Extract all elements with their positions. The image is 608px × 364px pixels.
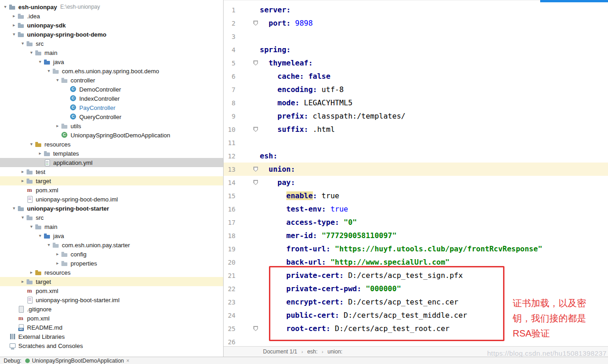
fold-marker-icon[interactable] [253,180,258,185]
breadcrumb-item[interactable]: esh: [307,348,318,355]
chevron-right-icon[interactable]: ▸ [11,21,17,30]
editor-line-8[interactable]: 8 mode: LEGACYHTML5 [224,96,608,109]
tree-item-unionpay-spring-boot-starter[interactable]: ▾unionpay-spring-boot-starter [0,204,223,213]
close-icon[interactable]: × [126,358,130,364]
fold-gutter[interactable] [236,60,260,65]
tree-item-gitignore[interactable]: .gitignore [0,304,223,314]
tree-item-idea[interactable]: ▸.idea [0,11,223,21]
editor-line-3[interactable]: 3 [224,30,608,43]
chevron-down-icon[interactable]: ▾ [37,57,44,66]
line-number[interactable]: 19 [224,245,236,253]
chevron-down-icon[interactable]: ▾ [2,2,9,11]
tree-item-scratches-and-consoles[interactable]: Scratches and Consoles [0,341,223,350]
line-number[interactable]: 11 [224,139,236,147]
line-number[interactable]: 4 [224,46,236,54]
fold-marker-icon[interactable] [253,21,258,26]
editor-line-11[interactable]: 11 [224,136,608,149]
line-number[interactable]: 14 [224,179,236,186]
editor-line-21[interactable]: 21 private-cert: D:/certs/acp_test_sign.… [224,269,608,282]
tree-item-esh-unionpay[interactable]: ▾esh-unionpayE:\esh-unionpay [0,2,223,11]
editor-line-7[interactable]: 7 encoding: utf-8 [224,83,608,96]
tree-item-controller[interactable]: ▾controller [0,76,223,85]
line-number[interactable]: 2 [224,20,236,27]
tree-item-indexcontroller[interactable]: IndexController [0,94,223,103]
tree-item-main[interactable]: ▾main [0,48,223,57]
line-number[interactable]: 6 [224,73,236,80]
debug-tab[interactable]: UnionpaySpringBootDemoApplication × [25,358,130,364]
fold-marker-icon[interactable] [253,167,258,172]
tree-item-properties[interactable]: ▸properties [0,259,223,268]
fold-marker-icon[interactable] [253,127,258,132]
fold-gutter[interactable] [236,21,260,26]
tree-item-templates[interactable]: ▸templates [0,149,223,158]
line-number[interactable]: 15 [224,192,236,200]
editor-line-16[interactable]: 16 test-env: true [224,202,608,216]
chevron-down-icon[interactable]: ▾ [11,204,17,213]
chevron-down-icon[interactable]: ▾ [45,66,52,76]
tree-item-external-libraries[interactable]: External Libraries [0,332,223,341]
chevron-down-icon[interactable]: ▾ [19,213,26,222]
line-number[interactable]: 1 [224,6,236,14]
tree-item-config[interactable]: ▸config [0,250,223,259]
chevron-down-icon[interactable]: ▾ [28,222,35,231]
chevron-right-icon[interactable]: ▸ [37,149,44,158]
chevron-right-icon[interactable]: ▸ [28,268,35,277]
chevron-right-icon[interactable]: ▸ [19,167,26,176]
line-number[interactable]: 8 [224,99,236,107]
editor-line-18[interactable]: 18 mer-id: "777290058110097" [224,229,608,242]
chevron-right-icon[interactable]: ▸ [54,259,61,268]
chevron-down-icon[interactable]: ▾ [54,76,61,85]
chevron-down-icon[interactable]: ▾ [28,48,35,57]
tree-item-unionpay-spring-boot-demo[interactable]: ▾unionpay-spring-boot-demo [0,30,223,39]
tree-item-unionpayspringbootdemoapplication[interactable]: UnionpaySpringBootDemoApplication [0,130,223,140]
chevron-down-icon[interactable]: ▾ [19,39,26,48]
chevron-right-icon[interactable]: ▸ [19,176,26,185]
editor-line-1[interactable]: 1server: [224,3,608,16]
breadcrumb-item[interactable]: Document 1/1 [263,348,297,355]
line-number[interactable]: 10 [224,126,236,133]
line-number[interactable]: 24 [224,312,236,319]
line-number[interactable]: 16 [224,206,236,213]
line-number[interactable]: 20 [224,259,236,266]
fold-gutter[interactable] [236,326,260,331]
tree-item-target[interactable]: ▸target [0,277,223,286]
fold-gutter[interactable] [236,167,260,172]
line-number[interactable]: 3 [224,33,236,40]
line-number[interactable]: 26 [224,338,236,346]
editor-line-17[interactable]: 17 access-type: "0" [224,216,608,229]
line-number[interactable]: 23 [224,299,236,306]
tree-item-paycontroller[interactable]: PayController [0,103,223,112]
tree-item-java[interactable]: ▾java [0,57,223,66]
editor-line-22[interactable]: 22 private-cert-pwd: "000000" [224,282,608,295]
chevron-right-icon[interactable]: ▸ [11,11,17,21]
tree-item-unionpay-sdk[interactable]: ▸unionpay-sdk [0,21,223,30]
fold-gutter[interactable] [236,180,260,185]
tree-item-readme-md[interactable]: README.md [0,323,223,332]
editor-line-10[interactable]: 10 suffix: .html [224,123,608,136]
chevron-right-icon[interactable]: ▸ [19,277,26,286]
editor-line-4[interactable]: 4spring: [224,43,608,56]
tree-item-resources[interactable]: ▾resources [0,140,223,149]
editor-line-2[interactable]: 2 port: 9898 [224,16,608,30]
chevron-down-icon[interactable]: ▾ [37,231,44,240]
editor-line-13[interactable]: 13 union: [224,163,608,176]
chevron-down-icon[interactable]: ▾ [45,240,52,250]
tree-item-application-yml[interactable]: application.yml [0,158,223,167]
line-number[interactable]: 22 [224,285,236,293]
editor-line-12[interactable]: 12esh: [224,149,608,163]
chevron-down-icon[interactable]: ▾ [28,140,35,149]
tree-item-pom-xml[interactable]: pom.xml [0,314,223,323]
tree-item-unionpay-spring-boot-demo-iml[interactable]: unionpay-spring-boot-demo.iml [0,195,223,204]
line-number[interactable]: 21 [224,272,236,279]
editor-line-9[interactable]: 9 prefix: classpath:/templates/ [224,109,608,123]
tree-item-com-ehs-union-pay-spring-boot-demo[interactable]: ▾com.ehs.union.pay.spring.boot.demo [0,66,223,76]
tree-item-pom-xml[interactable]: pom.xml [0,286,223,295]
tree-item-resources[interactable]: ▸resources [0,268,223,277]
tree-item-target[interactable]: ▸target [0,176,223,185]
line-number[interactable]: 17 [224,219,236,226]
chevron-right-icon[interactable]: ▸ [54,121,61,130]
editor-line-14[interactable]: 14 pay: [224,176,608,189]
yaml-editor[interactable]: 证书加载，以及密钥，我们接的都是RSA验证 1server:2 port: 98… [224,0,608,346]
fold-marker-icon[interactable] [253,326,258,331]
line-number[interactable]: 18 [224,232,236,239]
